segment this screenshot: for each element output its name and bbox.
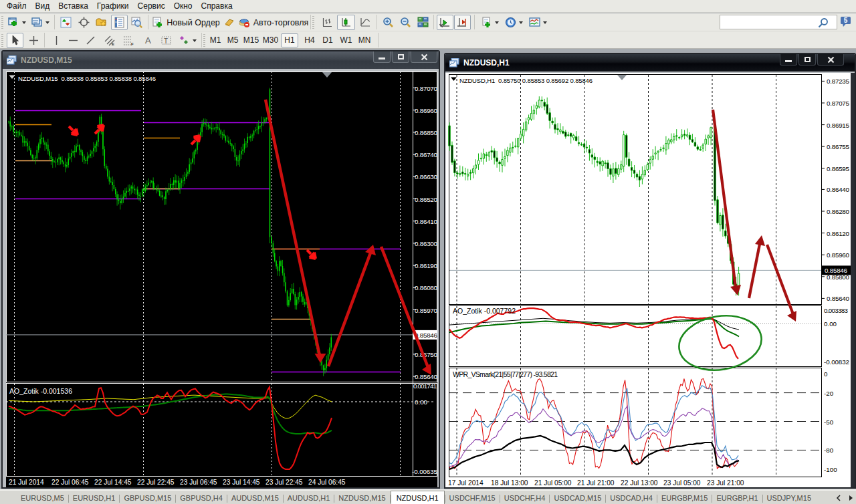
svg-text:-50: -50 (824, 418, 834, 426)
svg-text:23 Jul 05:00: 23 Jul 05:00 (663, 479, 701, 487)
svg-text:22 Jul 14:45: 22 Jul 14:45 (94, 479, 132, 486)
svg-text:0.86080: 0.86080 (415, 284, 438, 291)
svg-text:0.85846: 0.85846 (825, 267, 848, 274)
svg-text:0.86915: 0.86915 (827, 122, 850, 129)
svg-text:21 Jul 05:00: 21 Jul 05:00 (534, 479, 572, 487)
svg-text:AO_Zotik -0.007792: AO_Zotik -0.007792 (453, 307, 516, 315)
svg-text:0.85750: 0.85750 (415, 351, 438, 358)
svg-text:0.86960: 0.86960 (415, 107, 438, 114)
svg-text:-20: -20 (824, 390, 834, 397)
svg-text:NZDUSD,M15 0.85838 0.85853 0.: NZDUSD,M15 0.85838 0.85853 0.85838 0.858… (18, 75, 156, 82)
svg-text:0.00: 0.00 (415, 398, 428, 406)
svg-text:F: F (131, 42, 134, 46)
svg-text:0.86755: 0.86755 (827, 143, 850, 150)
svg-text:0.86190: 0.86190 (415, 262, 438, 269)
svg-text:0.003383: 0.003383 (824, 307, 849, 314)
svg-text:-80: -80 (824, 447, 834, 454)
svg-text:0.85970: 0.85970 (415, 307, 438, 314)
svg-text:0.87075: 0.87075 (827, 100, 850, 107)
svg-text:0.85960: 0.85960 (827, 251, 850, 259)
svg-text:21 Jul 21:00: 21 Jul 21:00 (577, 479, 615, 487)
svg-text:18 Jul 13:00: 18 Jul 13:00 (491, 479, 528, 487)
svg-text:22 Jul 06:45: 22 Jul 06:45 (51, 479, 89, 486)
svg-text:0.87235: 0.87235 (827, 78, 850, 85)
svg-text:0.86595: 0.86595 (827, 165, 850, 172)
svg-text:0.85640: 0.85640 (827, 295, 850, 302)
svg-text:AO_Zotik -0.001536: AO_Zotik -0.001536 (9, 387, 72, 395)
svg-text:17 Jul 2014: 17 Jul 2014 (448, 479, 484, 487)
svg-text:0.86850: 0.86850 (415, 129, 438, 136)
svg-text:23 Jul 21:00: 23 Jul 21:00 (707, 479, 744, 487)
svg-text:23 Jul 06:45: 23 Jul 06:45 (180, 479, 217, 486)
svg-text:T: T (164, 37, 168, 45)
svg-text:0.85640: 0.85640 (415, 373, 438, 380)
svg-text:0.86120: 0.86120 (827, 230, 850, 237)
svg-text:-0.00832: -0.00832 (824, 358, 849, 366)
svg-text:21 Jul 2014: 21 Jul 2014 (9, 479, 44, 486)
svg-text:23 Jul 22:45: 23 Jul 22:45 (265, 479, 303, 486)
svg-text:23 Jul 14:45: 23 Jul 14:45 (223, 479, 260, 486)
svg-text:0.87070: 0.87070 (415, 85, 438, 92)
svg-text:WPR_VSmark(21|55|77|277) -93.5: WPR_VSmark(21|55|77|277) -93.5821 (453, 370, 558, 378)
svg-text:0.86440: 0.86440 (827, 186, 850, 193)
svg-text:22 Jul 13:00: 22 Jul 13:00 (621, 479, 658, 487)
svg-text:-0.00635: -0.00635 (412, 468, 438, 475)
svg-text:0.86280: 0.86280 (827, 208, 850, 215)
svg-text:E: E (112, 42, 114, 46)
svg-text:0.86520: 0.86520 (415, 196, 438, 203)
svg-text:5: 5 (844, 17, 848, 24)
svg-text:-100: -100 (824, 466, 837, 473)
svg-text:0.001741: 0.001741 (413, 382, 437, 390)
svg-text:0.00: 0.00 (824, 320, 837, 328)
svg-text:A: A (145, 35, 151, 45)
svg-text:NZDUSD,H1 0.85750 0.85853 0.8: NZDUSD,H1 0.85750 0.85853 0.85692 0.8584… (459, 77, 593, 84)
svg-text:0.86630: 0.86630 (415, 173, 438, 180)
svg-text:0.86410: 0.86410 (415, 218, 438, 225)
svg-text:0.86300: 0.86300 (415, 240, 438, 247)
svg-text:0.86740: 0.86740 (415, 151, 438, 158)
svg-text:0: 0 (824, 370, 828, 378)
svg-text:22 Jul 22:45: 22 Jul 22:45 (137, 479, 175, 486)
svg-text:24 Jul 06:45: 24 Jul 06:45 (308, 479, 346, 486)
